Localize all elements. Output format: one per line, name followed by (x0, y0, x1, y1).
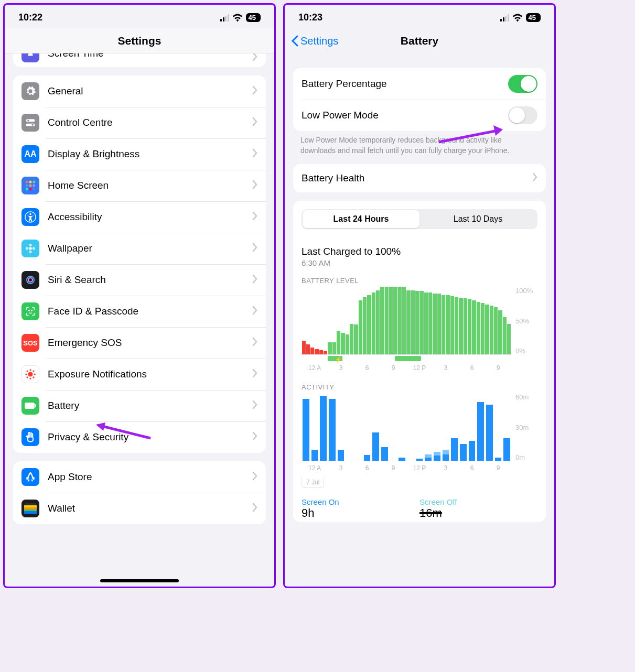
svg-rect-11 (29, 188, 32, 191)
svg-rect-6 (33, 181, 36, 183)
row-display[interactable]: AADisplay & Brightness (13, 138, 266, 170)
row-label: Home Screen (48, 180, 252, 191)
row-exposure[interactable]: Exposure Notifications (13, 359, 266, 390)
settings-group-truncated: Screen Time (13, 53, 266, 67)
chevron-right-icon (252, 243, 257, 254)
screen-on-label: Screen On (302, 497, 419, 506)
svg-point-26 (30, 370, 31, 371)
hand-icon (21, 428, 39, 446)
settings-group-store: App StoreWallet (13, 461, 266, 524)
svg-point-29 (34, 374, 35, 375)
settings-screen: 10:22 45 Settings Screen Time GeneralCon… (3, 3, 276, 588)
back-label: Settings (300, 35, 338, 47)
exposure-icon (21, 365, 39, 383)
chevron-right-icon (252, 53, 257, 63)
battery-usage-card: Last 24 Hours Last 10 Days Last Charged … (293, 201, 546, 522)
chevron-right-icon (252, 275, 257, 285)
siri-icon (21, 271, 39, 289)
svg-point-30 (27, 371, 28, 372)
row-wallpaper[interactable]: Wallpaper (13, 233, 266, 264)
row-label: Battery (48, 400, 252, 411)
row-label: Battery Health (302, 172, 532, 184)
row-wallet[interactable]: Wallet (13, 493, 266, 524)
cellular-icon (220, 14, 229, 21)
row-faceid[interactable]: Face ID & Passcode (13, 296, 266, 327)
row-label: Wallet (48, 503, 252, 514)
tab-last-24h[interactable]: Last 24 Hours (303, 210, 419, 228)
chevron-right-icon (252, 86, 257, 96)
row-siri[interactable]: Siri & Search (13, 264, 266, 296)
svg-rect-34 (25, 403, 35, 409)
battery-health-group: Battery Health (293, 164, 546, 192)
home-indicator (100, 579, 179, 582)
row-label: Exposure Notifications (48, 368, 252, 380)
wallet-icon (21, 500, 39, 517)
row-general[interactable]: General (13, 75, 266, 107)
svg-point-17 (29, 251, 32, 254)
cellular-icon (500, 14, 509, 21)
status-bar: 10:23 45 (285, 5, 554, 28)
svg-point-27 (30, 378, 31, 379)
battery-toggles-group: Battery Percentage Low Power Mode (293, 68, 546, 131)
row-appstore[interactable]: App Store (13, 461, 266, 493)
aa-icon: AA (21, 145, 39, 163)
row-label: Accessibility (48, 211, 252, 223)
row-label: Control Centre (48, 117, 252, 128)
status-time: 10:22 (18, 12, 42, 23)
svg-rect-4 (26, 181, 28, 183)
row-label: Display & Brightness (48, 148, 252, 160)
toggle-low-power-mode[interactable] (508, 106, 537, 124)
svg-point-31 (33, 377, 34, 378)
screen-on-value: 9h (302, 506, 419, 520)
row-sos[interactable]: SOSEmergency SOS (13, 327, 266, 359)
last-charged-time: 6:30 AM (293, 258, 546, 275)
svg-rect-12 (33, 188, 36, 191)
row-battery-health[interactable]: Battery Health (293, 164, 546, 192)
appstore-icon (21, 468, 39, 486)
row-label: Privacy & Security (48, 431, 252, 443)
svg-rect-10 (26, 188, 28, 191)
row-label: Battery Percentage (302, 78, 508, 90)
accessibility-icon (21, 208, 39, 226)
back-button[interactable]: Settings (291, 35, 338, 47)
svg-rect-40 (24, 511, 37, 514)
date-tag: 7 Jul (302, 477, 324, 488)
svg-rect-7 (26, 185, 28, 187)
svg-point-15 (29, 247, 32, 250)
row-label: Face ID & Passcode (48, 306, 252, 317)
row-accessibility[interactable]: Accessibility (13, 201, 266, 233)
chevron-right-icon (252, 338, 257, 348)
wifi-icon (512, 14, 523, 22)
last-charged-title: Last Charged to 100% (293, 237, 546, 258)
svg-point-25 (28, 372, 33, 376)
svg-point-2 (27, 120, 29, 121)
toggle-battery-percentage[interactable] (508, 75, 537, 93)
battery-screen: 10:23 45 Settings Battery Battery Percen… (283, 3, 556, 588)
svg-point-14 (29, 213, 31, 215)
chevron-right-icon (252, 472, 257, 482)
faceid-icon (21, 302, 39, 320)
status-time: 10:23 (298, 12, 322, 23)
chevron-right-icon (252, 400, 257, 411)
screen-time-summary: Screen On 9h Screen Off 16m (293, 492, 546, 522)
chevron-right-icon (532, 173, 537, 183)
activity-chart: 12 A36912 P369 60m30m0m (293, 393, 546, 477)
low-power-mode-note: Low Power Mode temporarily reduces backg… (285, 131, 554, 156)
chevron-right-icon (252, 306, 257, 317)
page-title: Settings (118, 35, 162, 47)
hourglass-icon (21, 53, 39, 62)
row-screen-time[interactable]: Screen Time (13, 53, 266, 67)
row-battery[interactable]: Battery (13, 390, 266, 421)
sos-icon: SOS (21, 334, 39, 352)
svg-rect-1 (26, 124, 35, 126)
row-control-centre[interactable]: Control Centre (13, 107, 266, 138)
battery-level-chart: ⚡ 12 A36912 P369 100%50%0% (293, 287, 546, 377)
tab-last-10d[interactable]: Last 10 Days (419, 210, 536, 228)
svg-point-16 (29, 244, 32, 247)
row-privacy[interactable]: Privacy & Security (13, 421, 266, 453)
chevron-right-icon (252, 432, 257, 442)
flower-icon (21, 240, 39, 257)
row-low-power-mode: Low Power Mode (293, 100, 546, 131)
row-home-screen[interactable]: Home Screen (13, 170, 266, 201)
row-label: General (48, 85, 252, 97)
